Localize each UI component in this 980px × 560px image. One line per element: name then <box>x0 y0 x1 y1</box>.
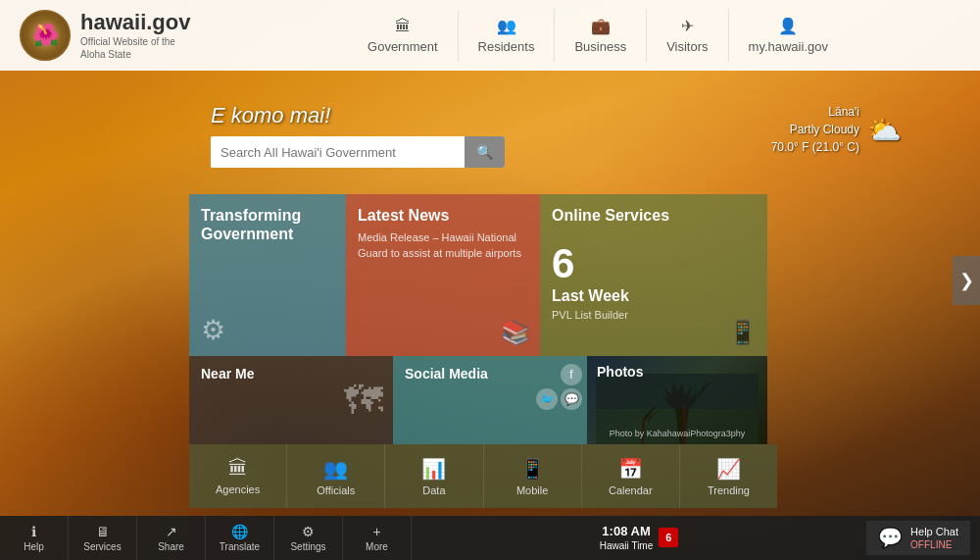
translate-icon: 🌐 <box>231 524 248 539</box>
bottom-share[interactable]: ↗ Share <box>137 516 206 560</box>
logo-area: 🌺 hawaii.gov Official Website of theAloh… <box>20 10 235 61</box>
news-book-icon: 📚 <box>501 319 530 346</box>
government-tile-title: Transforming Government <box>189 194 346 249</box>
bottom-more[interactable]: + More <box>343 516 412 560</box>
tiles-row-3-bottom: 🏛 Agencies 👥 Officials 📊 Data 📱 Mobile 📅… <box>189 444 777 508</box>
tile-near-me[interactable]: Near Me 🗺 <box>189 356 393 444</box>
more-icon: + <box>372 524 380 539</box>
calendar-icon: 📅 <box>618 457 643 481</box>
tile-officials[interactable]: 👥 Officials <box>287 444 385 508</box>
twitter-icon: 🐦 <box>536 388 558 410</box>
search-button[interactable]: 🔍 <box>465 136 505 168</box>
help-icon: ℹ <box>31 524 36 539</box>
agencies-icon: 🏛 <box>228 457 248 480</box>
share-icon: ↗ <box>166 524 177 539</box>
nav-government[interactable]: 🏛 Government <box>348 10 459 62</box>
bottom-help[interactable]: ℹ Help <box>0 516 69 560</box>
bottom-translate[interactable]: 🌐 Translate <box>206 516 274 560</box>
tile-mobile[interactable]: 📱 Mobile <box>484 444 582 508</box>
tiles-row-2: Near Me 🗺 Social Media f 🐦 💬 <box>189 356 777 444</box>
weather-condition: Partly Cloudy <box>771 121 859 138</box>
logo-text: hawaii.gov Official Website of theAloha … <box>80 10 190 61</box>
weather-widget: Lāna'i Partly Cloudy 70.0° F (21.0° C) ⛅ <box>771 103 902 156</box>
header: 🌺 hawaii.gov Official Website of theAloh… <box>0 0 980 71</box>
services-icon: 🖥 <box>96 524 110 539</box>
photos-tile-title: Photos <box>597 364 643 380</box>
business-icon: 💼 <box>591 17 611 35</box>
nav-visitors[interactable]: ✈ Visitors <box>647 9 728 62</box>
photo-credit: Photo by KahahawaiPhotogra3phy <box>587 429 767 438</box>
chat-label: Help Chat <box>910 525 958 538</box>
my-hawaii-icon: 👤 <box>778 17 798 35</box>
nav-business[interactable]: 💼 Business <box>555 9 647 62</box>
residents-icon: 👥 <box>497 17 516 35</box>
date-badge: 6 <box>659 528 678 547</box>
social-icons-group: f 🐦 💬 <box>536 364 582 410</box>
chat-status: OFFLINE <box>910 538 958 551</box>
time-display: 1:08 AM Hawaii Time <box>600 524 653 553</box>
online-services-title: Online Services <box>540 194 767 230</box>
online-services-icon: 📱 <box>728 319 758 346</box>
bottom-services[interactable]: 🖥 Services <box>69 516 137 560</box>
online-services-count: 6 <box>540 230 767 287</box>
trending-icon: 📈 <box>716 457 741 481</box>
officials-icon: 👥 <box>323 457 348 481</box>
facebook-icon: f <box>561 364 582 385</box>
weather-temp: 70.0° F (21.0° C) <box>771 138 859 156</box>
tiles-row-1: Transforming Government ⚙ Latest News Me… <box>189 194 777 356</box>
main-nav: 🏛 Government 👥 Residents 💼 Business ✈ Vi… <box>235 9 960 62</box>
online-services-period: Last Week <box>540 287 767 305</box>
clock-time: 1:08 AM <box>600 524 653 540</box>
next-arrow[interactable]: ❯ <box>953 256 980 305</box>
nav-my-hawaii[interactable]: 👤 my.hawaii.gov <box>729 9 848 62</box>
chat-bubble-icon: 💬 <box>878 526 903 549</box>
government-icon: 🏛 <box>395 18 411 35</box>
search-input[interactable] <box>211 137 465 168</box>
nav-residents[interactable]: 👥 Residents <box>459 9 556 62</box>
tile-trending[interactable]: 📈 Trending <box>680 444 777 508</box>
government-gear-icon: ⚙ <box>201 314 225 346</box>
tile-agencies[interactable]: 🏛 Agencies <box>189 444 287 508</box>
tile-online-services[interactable]: Online Services 6 Last Week PVL List Bui… <box>540 194 767 356</box>
visitors-icon: ✈ <box>681 17 694 35</box>
weather-text: Lāna'i Partly Cloudy 70.0° F (21.0° C) <box>771 103 859 156</box>
bottom-settings[interactable]: ⚙ Settings <box>274 516 343 560</box>
search-area: E komo mai! 🔍 <box>211 103 505 168</box>
weather-location: Lāna'i <box>771 103 859 121</box>
chat-text: Help Chat OFFLINE <box>910 525 958 551</box>
state-seal: 🌺 <box>20 10 71 61</box>
weather-icon: ⛅ <box>867 114 902 146</box>
data-icon: 📊 <box>421 457 446 481</box>
tile-social-media[interactable]: Social Media f 🐦 💬 <box>393 356 587 444</box>
bottom-bar-center: 1:08 AM Hawaii Time 6 <box>412 524 866 553</box>
mobile-icon: 📱 <box>520 457 545 481</box>
settings-icon: ⚙ <box>302 524 315 539</box>
timezone-label: Hawaii Time <box>600 539 653 552</box>
site-name: hawaii.gov <box>80 10 190 35</box>
news-tile-body: Media Release – Hawaii National Guard to… <box>346 230 540 261</box>
news-tile-title: Latest News <box>346 194 540 230</box>
map-icon: 🗺 <box>344 379 383 423</box>
search-box: 🔍 <box>211 136 505 168</box>
help-chat-button[interactable]: 💬 Help Chat OFFLINE <box>866 521 970 555</box>
tile-government[interactable]: Transforming Government ⚙ <box>189 194 346 356</box>
bottom-bar: ℹ Help 🖥 Services ↗ Share 🌐 Translate ⚙ … <box>0 516 980 560</box>
tile-photos[interactable]: Photos Photo by KahahawaiPhotogra3phy <box>587 356 767 444</box>
chat-bubble-icon: 💬 <box>561 388 582 410</box>
tile-news[interactable]: Latest News Media Release – Hawaii Natio… <box>346 194 540 356</box>
greeting: E komo mai! <box>211 103 330 128</box>
tile-calendar[interactable]: 📅 Calendar <box>582 444 680 508</box>
tile-data[interactable]: 📊 Data <box>385 444 483 508</box>
site-tagline: Official Website of theAloha State <box>80 35 190 61</box>
tiles-container: Transforming Government ⚙ Latest News Me… <box>189 194 777 508</box>
